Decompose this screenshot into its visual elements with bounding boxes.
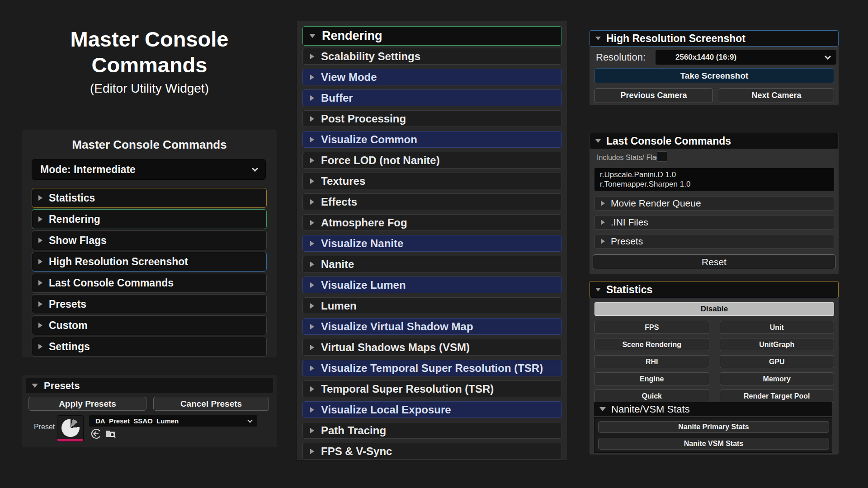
preset-asset-value: DA_Preset_SSAO_Lumen <box>95 417 179 425</box>
rendering-item-row[interactable]: Textures <box>302 173 562 189</box>
mode-dropdown[interactable]: Mode: Intermediate <box>32 159 266 180</box>
collapsed-section-row[interactable]: Presets <box>594 234 834 249</box>
expander-arrow-icon <box>310 449 314 454</box>
high-res-panel-header[interactable]: High Resolution Screenshot <box>590 30 839 47</box>
section-row[interactable]: High Resolution Screenshot <box>32 252 267 272</box>
last-console-commands-panel: Last Console Commands Includes Stats/ Fl… <box>590 133 839 274</box>
chevron-down-icon <box>825 53 831 59</box>
rendering-item-row[interactable]: Visualize Common <box>302 131 562 148</box>
expander-arrow-icon <box>601 239 605 244</box>
rendering-item-row[interactable]: Visualize Temporal Super Resolution (TSR… <box>302 360 562 376</box>
resolution-label: Resolution: <box>596 50 646 65</box>
rendering-item-row[interactable]: Visualize Virtual Shadow Map <box>302 318 562 335</box>
stat-button[interactable]: Engine <box>594 372 709 385</box>
rendering-item-list: Scalability Settings View Mode Buffer Po… <box>302 48 562 464</box>
preset-field-label: Preset <box>34 423 55 431</box>
collapse-arrow-icon <box>595 288 601 291</box>
rendering-item-row[interactable]: Effects <box>302 193 562 210</box>
next-camera-button[interactable]: Next Camera <box>719 88 834 103</box>
expander-arrow-icon <box>310 262 314 267</box>
nanite-vsm-stats-header[interactable]: Nanite/VSM Stats <box>594 402 832 416</box>
asset-type-color-bar <box>57 439 83 441</box>
rendering-item-row[interactable]: Lumen <box>302 297 562 314</box>
stat-button[interactable]: Scene Rendering <box>594 338 709 351</box>
rendering-item-row[interactable]: Nanite <box>302 256 562 272</box>
rendering-item-row[interactable]: FPS & V-Sync <box>302 443 562 460</box>
rendering-panel-header[interactable]: Rendering <box>302 26 562 46</box>
stat-button[interactable]: GPU <box>720 355 835 368</box>
resolution-dropdown[interactable]: 2560x1440 (16:9) <box>656 50 836 65</box>
presets-panel: Presets Apply Presets Cancel Presets Pre… <box>22 375 277 447</box>
rendering-item-row[interactable]: Visualize Lumen <box>302 277 562 293</box>
rendering-item-row[interactable]: Scalability Settings <box>302 48 562 65</box>
statistics-panel: Statistics Disable FPSUnitScene Renderin… <box>590 281 839 455</box>
last-commands-panel-title: Last Console Commands <box>606 135 731 147</box>
collapse-arrow-icon <box>599 407 606 411</box>
last-commands-panel-header[interactable]: Last Console Commands <box>590 133 839 149</box>
expander-arrow-icon <box>38 344 42 349</box>
rendering-item-row[interactable]: Atmosphere Fog <box>302 214 562 231</box>
collapsed-section-row[interactable]: Movie Render Queue <box>594 196 834 211</box>
rendering-item-row[interactable]: View Mode <box>302 69 562 85</box>
rendering-item-row[interactable]: Virtual Shadows Maps (VSM) <box>302 339 562 356</box>
rendering-panel-title: Rendering <box>322 29 382 43</box>
rendering-item-row[interactable]: Temporal Super Resolution (TSR) <box>302 380 562 397</box>
expander-arrow-icon <box>601 201 605 206</box>
rendering-item-row[interactable]: Force LOD (not Nanite) <box>302 152 562 169</box>
cancel-presets-button[interactable]: Cancel Presets <box>153 397 269 411</box>
section-label: Custom <box>49 319 88 332</box>
rendering-item-row[interactable]: Path Tracing <box>302 422 562 439</box>
section-row[interactable]: Settings <box>32 337 267 357</box>
nanite-primary-stats-button[interactable]: Nanite Primary Stats <box>598 421 829 433</box>
expander-arrow-icon <box>310 407 314 413</box>
section-row[interactable]: Show Flags <box>32 230 267 250</box>
high-resolution-screenshot-panel: High Resolution Screenshot Resolution: 2… <box>590 30 839 105</box>
expander-arrow-icon <box>310 158 314 163</box>
rendering-item-row[interactable]: Post Processing <box>302 110 562 127</box>
section-row[interactable]: Last Console Commands <box>32 273 267 293</box>
rendering-item-row[interactable]: Visualize Nanite <box>302 235 562 252</box>
disable-button[interactable]: Disable <box>594 302 834 316</box>
statistics-panel-header[interactable]: Statistics <box>590 281 839 298</box>
preset-asset-dropdown[interactable]: DA_Preset_SSAO_Lumen <box>89 415 257 427</box>
stat-button[interactable]: Quick <box>594 389 709 403</box>
nanite-vsm-stats-title: Nanite/VSM Stats <box>611 404 690 415</box>
expander-arrow-icon <box>38 216 42 222</box>
rendering-item-row[interactable]: Buffer <box>302 89 562 106</box>
section-row[interactable]: Presets <box>32 294 267 314</box>
collapsed-section-row[interactable]: .INI Files <box>594 215 834 230</box>
rendering-item-label: Post Processing <box>321 113 406 125</box>
chevron-down-icon <box>247 418 252 422</box>
take-screenshot-button[interactable]: Take Screenshot <box>594 68 834 83</box>
section-row[interactable]: Rendering <box>32 209 267 229</box>
preset-asset-thumbnail[interactable] <box>57 415 84 442</box>
rendering-item-label: Temporal Super Resolution (TSR) <box>321 383 494 395</box>
use-selected-asset-icon[interactable] <box>90 428 101 439</box>
stat-button[interactable]: FPS <box>594 321 709 334</box>
stat-button[interactable]: Render Target Pool <box>720 389 835 403</box>
stat-button[interactable]: Memory <box>720 372 835 385</box>
stat-button[interactable]: RHI <box>594 355 709 368</box>
rendering-item-label: Visualize Lumen <box>321 279 406 291</box>
includes-stats-flags-checkbox[interactable] <box>657 151 667 162</box>
section-row[interactable]: Custom <box>32 315 267 335</box>
section-row[interactable]: Statistics <box>32 188 267 208</box>
nanite-vsm-stats-section: Nanite/VSM Stats Nanite Primary Stats Na… <box>594 402 832 453</box>
rendering-item-label: Visualize Common <box>321 133 417 146</box>
previous-camera-button[interactable]: Previous Camera <box>594 88 713 103</box>
nanite-vsm-stats-body: Nanite Primary Stats Nanite VSM Stats <box>594 417 832 453</box>
statistics-panel-title: Statistics <box>606 284 652 296</box>
rendering-item-label: Path Tracing <box>321 424 386 437</box>
browse-to-asset-icon[interactable] <box>105 428 116 439</box>
stat-button[interactable]: Unit <box>720 321 835 334</box>
rendering-item-row[interactable]: Visualize Local Exposure <box>302 401 562 418</box>
reset-button[interactable]: Reset <box>593 254 835 269</box>
command-line: r.Upscale.Panini.D 1.0 <box>600 170 829 179</box>
apply-presets-button[interactable]: Apply Presets <box>28 397 146 411</box>
stat-button[interactable]: UnitGraph <box>720 338 835 351</box>
presets-panel-header[interactable]: Presets <box>26 378 273 393</box>
nanite-vsm-stats-button[interactable]: Nanite VSM Stats <box>598 438 829 450</box>
rendering-item-label: Scalability Settings <box>321 50 420 63</box>
page-title: Master Console Commands (Editor Utility … <box>22 26 277 96</box>
expander-arrow-icon <box>310 75 314 80</box>
